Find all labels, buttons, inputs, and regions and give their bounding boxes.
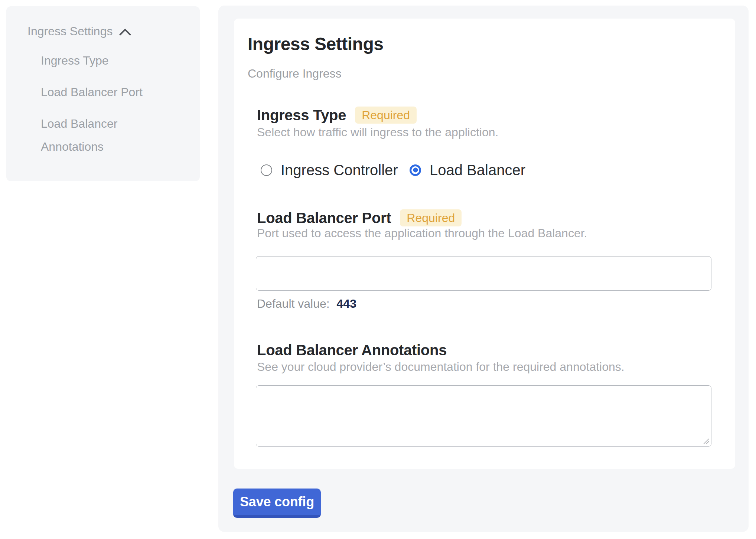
default-value: 443 [337,297,356,310]
load-balancer-port-description: Port used to access the application thro… [257,226,587,241]
chevron-up-icon [119,29,131,36]
settings-panel: Ingress Settings Configure Ingress Ingre… [218,6,749,532]
required-badge: Required [400,209,462,226]
sidebar-item-label: Load Balancer Port [41,85,143,99]
page: Ingress Settings Ingress Type Load Balan… [0,0,756,539]
required-badge: Required [355,107,417,124]
ingress-type-heading-row: Ingress Type Required [257,106,417,124]
radio-label: Ingress Controller [281,161,398,179]
radio-label: Load Balancer [430,161,525,179]
sidebar-item-load-balancer-annotations[interactable]: Load Balancer Annotations [41,112,145,158]
page-subtitle: Configure Ingress [248,66,342,81]
ingress-type-description: Select how traffic will ingress to the a… [257,125,498,140]
ingress-settings-card: Ingress Settings Configure Ingress Ingre… [234,19,735,469]
default-value-line: Default value: 443 [257,296,356,311]
sidebar-item-label: Ingress Settings [27,24,113,39]
radio-option-ingress-controller[interactable]: Ingress Controller [261,161,398,179]
sidebar-item-label: Ingress Type [41,54,109,67]
load-balancer-port-heading-row: Load Balancer Port Required [257,209,462,227]
default-value-label: Default value: [257,297,330,310]
sidebar-item-ingress-settings[interactable]: Ingress Settings [27,24,131,39]
radio-selected-icon [410,164,421,176]
load-balancer-annotations-field [256,385,711,447]
sidebar-item-ingress-type[interactable]: Ingress Type [41,49,109,72]
radio-option-load-balancer[interactable]: Load Balancer [410,161,525,179]
page-title: Ingress Settings [248,34,383,55]
load-balancer-annotations-heading-row: Load Balancer Annotations [257,341,447,359]
sidebar-item-load-balancer-port[interactable]: Load Balancer Port [41,81,143,104]
settings-nav-sidebar: Ingress Settings Ingress Type Load Balan… [6,6,200,181]
load-balancer-port-heading: Load Balancer Port [257,209,391,227]
load-balancer-annotations-heading: Load Balancer Annotations [257,341,447,359]
load-balancer-annotations-description: See your cloud provider’s documentation … [257,359,625,374]
radio-unselected-icon [261,164,272,176]
resize-handle-icon[interactable] [703,438,710,445]
save-config-button-label: Save config [240,494,314,510]
load-balancer-port-input[interactable] [256,256,711,291]
sidebar-item-label: Load Balancer Annotations [41,117,117,153]
ingress-type-heading: Ingress Type [257,106,346,124]
save-config-button[interactable]: Save config [233,489,321,518]
load-balancer-annotations-textarea[interactable] [256,385,711,447]
